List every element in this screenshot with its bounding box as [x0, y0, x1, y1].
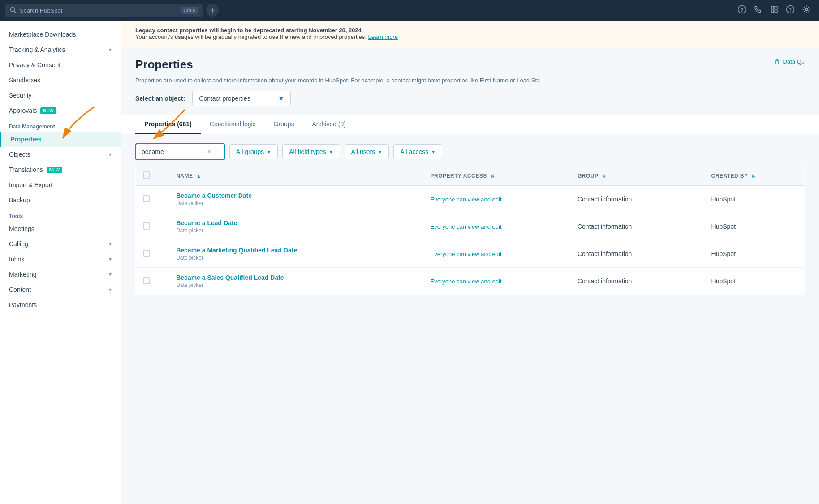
sidebar-item-calling[interactable]: Calling ▾ [0, 236, 121, 252]
row-group-cell: Contact information [570, 213, 704, 240]
deprecation-banner: Legacy contact properties will begin to … [121, 21, 819, 47]
search-filter-input-wrap[interactable]: × [135, 143, 225, 160]
question-icon[interactable]: ? [786, 5, 795, 16]
sidebar-item-tracking-analytics[interactable]: Tracking & Analytics ▾ [0, 42, 121, 57]
th-name[interactable]: NAME ▲ [169, 166, 423, 186]
row-created-cell: HubSpot [704, 213, 805, 240]
add-button[interactable]: + [206, 4, 219, 17]
property-name[interactable]: Became a Lead Date [176, 219, 416, 226]
sort-icon: ▲ [196, 174, 201, 179]
sidebar-item-marketplace-downloads[interactable]: Marketplace Downloads [0, 27, 121, 42]
sort-icon: ⇅ [602, 174, 606, 179]
banner-subtext: Your account's usages will be gradually … [135, 34, 366, 40]
all-users-filter[interactable]: All users ▼ [345, 144, 389, 159]
content-area: Legacy contact properties will begin to … [121, 21, 819, 504]
tab-archived[interactable]: Archived (9) [303, 115, 354, 134]
row-access-cell: Everyone can view and edit [423, 268, 570, 295]
sidebar-item-label: Privacy & Consent [9, 61, 60, 68]
tools-header: Tools [0, 208, 121, 221]
object-select-dropdown[interactable]: Contact properties ▼ [192, 91, 291, 106]
row-checkbox[interactable] [143, 222, 150, 230]
tab-groups[interactable]: Groups [265, 115, 303, 134]
properties-table-wrap: NAME ▲ PROPERTY ACCESS ⇅ GROUP ⇅ CREAT [121, 166, 819, 295]
th-created-by[interactable]: CREATED BY ⇅ [704, 166, 805, 186]
learn-more-link[interactable]: Learn more [368, 34, 397, 40]
grid-icon[interactable] [770, 5, 779, 16]
row-access-cell: Everyone can view and edit [423, 186, 570, 213]
property-created-by: HubSpot [711, 223, 736, 230]
sidebar-item-label: Tracking & Analytics [9, 46, 65, 53]
chevron-down-icon: ▾ [109, 256, 112, 262]
sidebar-item-label: Calling [9, 240, 28, 248]
row-group-cell: Contact information [570, 268, 704, 295]
property-type: Date picker [176, 282, 416, 288]
table-row: Became a Marketing Qualified Lead Date D… [136, 240, 805, 268]
sidebar-item-meetings[interactable]: Meetings [0, 221, 121, 236]
sidebar-item-approvals[interactable]: Approvals NEW [0, 103, 121, 118]
data-quality-label: Data Qu [783, 58, 805, 65]
tab-properties[interactable]: Properties (661) [135, 115, 201, 134]
property-name[interactable]: Became a Marketing Qualified Lead Date [176, 247, 416, 254]
sidebar-item-import-export[interactable]: Import & Export [0, 177, 121, 192]
search-keyboard-shortcut: Ctrl K [181, 7, 198, 14]
sidebar-item-sandboxes[interactable]: Sandboxes [0, 73, 121, 88]
sidebar-item-marketing[interactable]: Marketing ▾ [0, 267, 121, 282]
sidebar-item-label: Marketing [9, 271, 36, 278]
sidebar-item-translations[interactable]: Translations NEW [0, 162, 121, 177]
page-title: Properties [135, 58, 193, 72]
sidebar-item-inbox[interactable]: Inbox ▾ [0, 252, 121, 267]
help-circle-icon[interactable]: ? [737, 5, 746, 16]
row-checkbox[interactable] [143, 250, 150, 257]
sidebar-item-properties[interactable]: Properties [0, 132, 121, 147]
all-groups-filter[interactable]: All groups ▼ [229, 144, 278, 159]
all-access-label: All access [400, 148, 428, 155]
row-name-cell: Became a Lead Date Date picker [169, 213, 423, 240]
sidebar-item-content[interactable]: Content ▾ [0, 282, 121, 297]
clear-search-button[interactable]: × [207, 148, 211, 156]
page-header: Properties Data Qu [121, 47, 819, 77]
row-access-cell: Everyone can view and edit [423, 213, 570, 240]
all-access-filter[interactable]: All access ▼ [393, 144, 442, 159]
sidebar-item-backup[interactable]: Backup [0, 192, 121, 208]
property-created-by: HubSpot [711, 278, 736, 285]
property-type: Date picker [176, 255, 416, 261]
row-checkbox-cell [136, 240, 169, 268]
property-name[interactable]: Became a Customer Date [176, 192, 416, 199]
property-type: Date picker [176, 227, 416, 234]
settings-icon[interactable] [802, 5, 811, 16]
sidebar-item-objects[interactable]: Objects ▾ [0, 147, 121, 162]
row-name-cell: Became a Marketing Qualified Lead Date D… [169, 240, 423, 268]
property-access: Everyone can view and edit [431, 196, 502, 203]
th-access[interactable]: PROPERTY ACCESS ⇅ [423, 166, 570, 186]
sidebar-item-label: Translations [9, 166, 43, 173]
property-name[interactable]: Became a Sales Qualified Lead Date [176, 274, 416, 281]
sidebar-item-privacy-consent[interactable]: Privacy & Consent [0, 57, 121, 73]
sidebar-item-label: Payments [9, 301, 37, 308]
row-checkbox[interactable] [143, 277, 150, 284]
select-all-checkbox[interactable] [143, 171, 150, 179]
chevron-down-icon: ▾ [109, 241, 112, 247]
sidebar-item-security[interactable]: Security [0, 88, 121, 103]
search-filter-input[interactable] [142, 148, 204, 155]
th-group[interactable]: GROUP ⇅ [570, 166, 704, 186]
all-field-types-filter[interactable]: All field types ▼ [282, 144, 340, 159]
sidebar-item-label: Import & Export [9, 181, 52, 188]
property-group: Contact information [578, 250, 632, 257]
chevron-down-icon: ▼ [431, 149, 435, 154]
svg-rect-7 [775, 10, 777, 13]
banner-title: Legacy contact properties will begin to … [135, 27, 362, 34]
object-selector-row: Select an object: Contact properties ▼ [121, 91, 819, 115]
global-search[interactable]: Search HubSpot Ctrl K [5, 4, 203, 17]
row-checkbox[interactable] [143, 195, 150, 202]
data-quality-button[interactable]: Data Qu [773, 58, 805, 65]
top-navigation: Search HubSpot Ctrl K + ? ? [0, 0, 819, 21]
row-group-cell: Contact information [570, 186, 704, 213]
object-select-value: Contact properties [199, 95, 250, 102]
sidebar-item-payments[interactable]: Payments [0, 297, 121, 312]
phone-icon[interactable] [754, 5, 763, 16]
tab-conditional-logic[interactable]: Conditional logic [201, 115, 265, 134]
th-created-label: CREATED BY [711, 173, 748, 179]
row-name-cell: Became a Sales Qualified Lead Date Date … [169, 268, 423, 295]
sidebar-item-label: Properties [10, 136, 41, 143]
page-description: Properties are used to collect and store… [121, 77, 819, 91]
